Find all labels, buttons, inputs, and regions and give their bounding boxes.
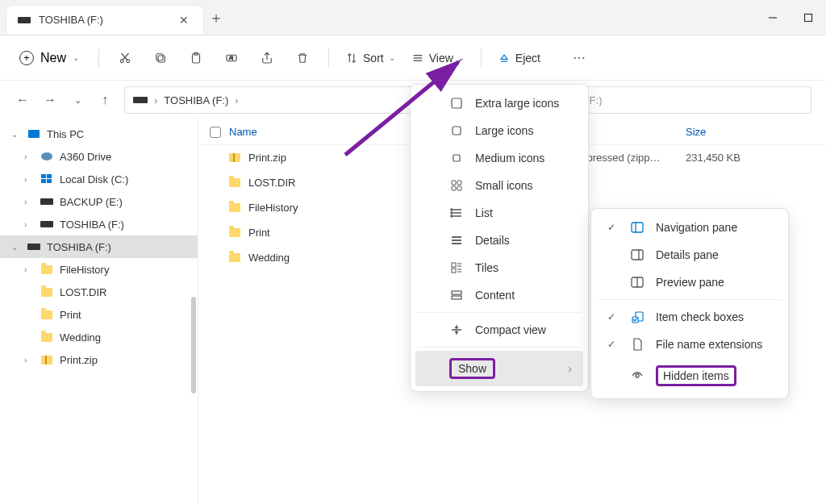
menu-item-checkboxes[interactable]: ✓Item check boxes bbox=[596, 303, 783, 331]
svg-point-3 bbox=[127, 59, 130, 62]
folder-icon bbox=[41, 310, 52, 319]
sort-icon bbox=[345, 52, 358, 65]
menu-item-nav-pane[interactable]: ✓Navigation pane bbox=[596, 214, 783, 241]
bc-path: TOSHIBA (F:) bbox=[164, 94, 228, 106]
menu-item-details-pane[interactable]: Details pane bbox=[596, 241, 783, 269]
sidebar-item-print[interactable]: › Print bbox=[0, 303, 198, 326]
sidebar: ⌄ This PC › A360 Drive › Local Disk (C:)… bbox=[0, 119, 198, 504]
svg-rect-15 bbox=[41, 174, 46, 178]
menu-item-content[interactable]: Content bbox=[415, 281, 583, 309]
sidebar-item-localc[interactable]: › Local Disk (C:) bbox=[0, 168, 198, 190]
delete-button[interactable] bbox=[286, 44, 319, 73]
menu-item-xl-icons[interactable]: Extra large icons bbox=[415, 90, 583, 117]
sidebar-item-backup[interactable]: › BACKUP (E:) bbox=[0, 190, 198, 213]
sidebar-item-toshiba-open[interactable]: ⌄ TOSHIBA (F:) bbox=[0, 235, 198, 258]
svg-rect-17 bbox=[41, 179, 46, 183]
paste-button[interactable] bbox=[180, 44, 212, 73]
sidebar-item-a360[interactable]: › A360 Drive bbox=[0, 145, 198, 168]
new-tab-button[interactable]: ＋ bbox=[203, 8, 229, 27]
titlebar: TOSHIBA (F:) ✕ ＋ bbox=[0, 0, 826, 35]
menu-item-md-icons[interactable]: Medium icons bbox=[415, 144, 583, 172]
up-button[interactable]: ↑ bbox=[97, 93, 113, 107]
folder-icon bbox=[41, 288, 52, 297]
drive-icon bbox=[40, 221, 53, 227]
eject-button[interactable]: Eject bbox=[491, 48, 547, 68]
share-button[interactable] bbox=[251, 44, 283, 73]
drive-icon bbox=[40, 198, 53, 205]
more-button[interactable]: ⋯ bbox=[563, 44, 595, 73]
view-button[interactable]: View ⌄ bbox=[405, 48, 471, 68]
cut-button[interactable] bbox=[109, 44, 141, 73]
view-menu: Extra large icons Large icons Medium ico… bbox=[410, 84, 589, 392]
drive-icon bbox=[27, 244, 40, 250]
menu-item-preview-pane[interactable]: Preview pane bbox=[596, 269, 783, 296]
svg-rect-1 bbox=[805, 14, 812, 21]
menu-item-details[interactable]: Details bbox=[415, 227, 583, 254]
sidebar-item-wedding[interactable]: › Wedding bbox=[0, 326, 198, 348]
chevron-down-icon: ⌄ bbox=[73, 53, 79, 62]
menu-item-hidden[interactable]: Hidden items bbox=[596, 358, 783, 394]
svg-rect-21 bbox=[453, 155, 460, 161]
bc-sep: › bbox=[154, 94, 157, 106]
menu-item-extensions[interactable]: ✓File name extensions bbox=[596, 331, 783, 358]
svg-rect-4 bbox=[158, 56, 165, 62]
sidebar-item-printzip[interactable]: › Print.zip bbox=[0, 348, 198, 371]
toolbar: + New ⌄ A Sort ⌄ View ⌄ Eject ⋯ bbox=[0, 35, 826, 81]
chevron-right-icon: › bbox=[24, 356, 34, 364]
sort-button[interactable]: Sort ⌄ bbox=[339, 48, 402, 68]
menu-item-lg-icons[interactable]: Large icons bbox=[415, 117, 583, 144]
select-all-checkbox[interactable] bbox=[210, 127, 221, 138]
rename-button[interactable]: A bbox=[215, 44, 248, 73]
folder-icon bbox=[41, 333, 52, 342]
header-name[interactable]: Name bbox=[229, 126, 257, 138]
svg-point-31 bbox=[451, 215, 453, 217]
svg-rect-19 bbox=[452, 98, 461, 108]
view-icon bbox=[411, 52, 424, 65]
new-button[interactable]: + New ⌄ bbox=[10, 46, 89, 70]
header-size[interactable]: Size bbox=[686, 126, 706, 138]
plus-icon: + bbox=[19, 51, 34, 65]
breadcrumb[interactable]: › TOSHIBA (F:) › bbox=[124, 86, 443, 114]
svg-point-51 bbox=[636, 374, 639, 377]
recent-button[interactable]: ⌄ bbox=[69, 95, 86, 106]
cloud-icon bbox=[41, 152, 52, 160]
svg-rect-35 bbox=[452, 263, 456, 267]
drive-icon bbox=[133, 97, 148, 103]
menu-item-compact[interactable]: Compact view bbox=[415, 316, 583, 344]
menu-item-tiles[interactable]: Tiles bbox=[415, 254, 583, 281]
svg-rect-45 bbox=[632, 250, 643, 260]
menu-item-show[interactable]: Show › bbox=[415, 351, 583, 386]
tab-title: TOSHIBA (F:) bbox=[39, 14, 103, 26]
svg-rect-22 bbox=[452, 181, 456, 185]
svg-rect-38 bbox=[452, 269, 456, 273]
sidebar-item-toshiba[interactable]: › TOSHIBA (F:) bbox=[0, 213, 198, 235]
new-label: New bbox=[40, 51, 66, 65]
svg-rect-23 bbox=[457, 181, 461, 185]
menu-item-sm-icons[interactable]: Small icons bbox=[415, 172, 583, 199]
eject-icon bbox=[498, 52, 511, 65]
scrollbar[interactable] bbox=[191, 297, 196, 394]
sidebar-item-lostdir[interactable]: › LOST.DIR bbox=[0, 281, 198, 303]
svg-point-2 bbox=[120, 59, 123, 62]
zip-icon bbox=[41, 356, 52, 364]
svg-rect-41 bbox=[452, 291, 461, 294]
tab[interactable]: TOSHIBA (F:) ✕ bbox=[6, 6, 203, 35]
forward-button[interactable]: → bbox=[42, 93, 58, 107]
drive-icon bbox=[18, 17, 31, 23]
svg-rect-25 bbox=[457, 186, 461, 190]
maximize-button[interactable] bbox=[791, 5, 826, 31]
minimize-button[interactable] bbox=[755, 5, 791, 31]
chevron-right-icon: › bbox=[24, 265, 34, 274]
highlight-show: Show bbox=[449, 358, 495, 379]
sidebar-item-filehistory[interactable]: › FileHistory bbox=[0, 258, 198, 281]
sidebar-item-thispc[interactable]: ⌄ This PC bbox=[0, 123, 198, 145]
close-tab-button[interactable]: ✕ bbox=[176, 14, 192, 27]
chevron-down-icon: ⌄ bbox=[389, 53, 395, 62]
copy-button[interactable] bbox=[144, 44, 177, 73]
view-label: View bbox=[429, 52, 453, 65]
sort-label: Sort bbox=[363, 52, 384, 65]
menu-item-list[interactable]: List bbox=[415, 199, 583, 227]
svg-rect-43 bbox=[632, 223, 643, 232]
eject-label: Eject bbox=[515, 52, 540, 65]
back-button[interactable]: ← bbox=[15, 93, 31, 107]
